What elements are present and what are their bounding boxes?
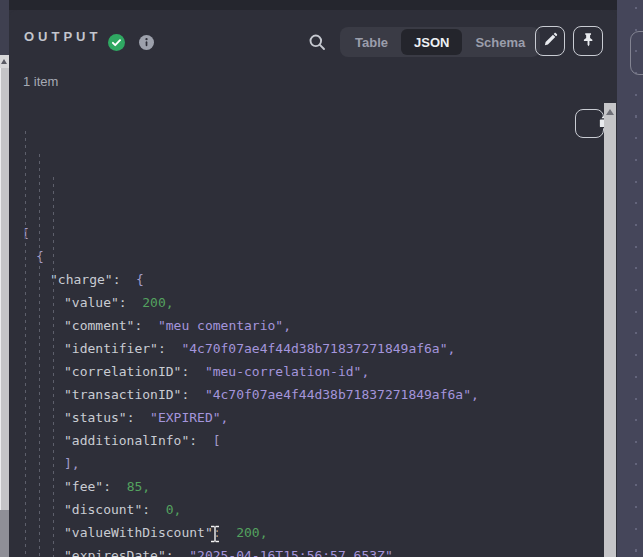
output-panel: OUTPUT TableJSONSchema xyxy=(9,10,617,557)
left-canvas-fragment xyxy=(0,0,9,55)
code-line: "identifier": "4c70f07ae4f44d38b71837271… xyxy=(9,337,604,360)
json-token-str: "meu-correlation-id", xyxy=(205,364,369,379)
json-token-key: "fee" xyxy=(64,479,103,494)
pin-data-button[interactable] xyxy=(573,26,603,56)
json-token-punct: : xyxy=(134,318,157,333)
code-line: "fee": 85, xyxy=(9,475,604,498)
json-token-punct: : xyxy=(158,341,181,356)
indent-guide xyxy=(53,177,54,557)
json-token-punct: : xyxy=(113,272,136,287)
code-line: "comment": "meu comentario", xyxy=(9,314,604,337)
json-token-key: "identifier" xyxy=(64,341,158,356)
code-line: "transactionID": "4c70f07ae4f44d38b71837… xyxy=(9,383,604,406)
json-token-punct: : xyxy=(103,479,126,494)
code-line: "discount": 0, xyxy=(9,498,604,521)
view-tabs: TableJSONSchema xyxy=(340,27,540,57)
background-element-outline xyxy=(630,31,643,75)
json-token-punct: : xyxy=(181,364,204,379)
search-icon[interactable] xyxy=(308,33,326,51)
json-token-num: 85, xyxy=(127,479,150,494)
json-token-key: "value" xyxy=(64,295,119,310)
tab-schema[interactable]: Schema xyxy=(462,29,538,55)
json-token-key: "additionalInfo" xyxy=(64,433,189,448)
json-token-punct: : xyxy=(127,410,150,425)
json-token-punct: : xyxy=(142,502,165,517)
json-token-bracket: { xyxy=(136,272,144,287)
output-title: OUTPUT xyxy=(24,29,101,44)
json-token-key: "transactionID" xyxy=(64,387,181,402)
edit-output-button[interactable] xyxy=(535,26,565,56)
json-token-punct: : xyxy=(181,387,204,402)
code-line: "correlationID": "meu-correlation-id", xyxy=(9,360,604,383)
json-token-punct: : xyxy=(189,433,212,448)
info-icon[interactable] xyxy=(139,35,154,50)
workflow-canvas-background xyxy=(617,0,643,557)
canvas-dot-grid xyxy=(635,7,637,557)
json-token-num: 0, xyxy=(166,502,182,517)
json-token-str: "meu comentario", xyxy=(158,318,291,333)
json-code-lines: [{"charge": {"value": 200,"comment": "me… xyxy=(9,222,604,557)
code-line: "additionalInfo": [ xyxy=(9,429,604,452)
pencil-icon xyxy=(543,32,558,50)
left-scrollbar-bottom[interactable] xyxy=(0,510,9,557)
code-line: "valueWithDiscount": 200, xyxy=(9,521,604,544)
panel-top-shadow xyxy=(9,0,617,10)
success-check-icon xyxy=(108,34,125,51)
code-line: ], xyxy=(9,452,604,475)
tab-json[interactable]: JSON xyxy=(401,29,462,55)
json-token-key: "valueWithDiscount" xyxy=(64,525,213,540)
copy-icon xyxy=(568,107,604,147)
code-line: "value": 200, xyxy=(9,291,604,314)
json-token-key: "charge" xyxy=(50,272,113,287)
json-token-bracket: [ xyxy=(213,433,221,448)
json-token-str: "2025-04-16T15:56:57.653Z", xyxy=(189,548,400,557)
json-token-punct: : xyxy=(119,295,142,310)
json-token-num: 200, xyxy=(142,295,173,310)
scroll-up-arrow-icon xyxy=(606,109,614,115)
tab-table[interactable]: Table xyxy=(342,29,401,55)
json-token-key: "discount" xyxy=(64,502,142,517)
json-token-key: "expiresDate" xyxy=(64,548,166,557)
output-scrollbar[interactable] xyxy=(604,103,616,557)
code-line: "charge": { xyxy=(9,268,604,291)
items-count: 1 item xyxy=(23,74,58,89)
indent-guide xyxy=(39,154,40,557)
code-line: [ xyxy=(9,222,604,245)
copy-output-button[interactable] xyxy=(575,109,604,138)
json-token-bracket: ], xyxy=(64,456,80,471)
json-token-str: "4c70f07ae4f44d38b71837271849af6a", xyxy=(205,387,479,402)
json-token-key: "comment" xyxy=(64,318,134,333)
json-token-str: "EXPIRED", xyxy=(150,410,228,425)
json-token-punct: : xyxy=(213,525,236,540)
json-token-num: 200, xyxy=(236,525,267,540)
json-token-key: "correlationID" xyxy=(64,364,181,379)
json-token-punct: : xyxy=(166,548,189,557)
pin-icon xyxy=(581,32,596,50)
code-line: "expiresDate": "2025-04-16T15:56:57.653Z… xyxy=(9,544,604,557)
code-line: "status": "EXPIRED", xyxy=(9,406,604,429)
scroll-up-arrow-icon xyxy=(1,59,7,64)
left-scrollbar-up-button[interactable] xyxy=(0,55,9,68)
indent-guide xyxy=(25,131,26,557)
code-line: { xyxy=(9,245,604,268)
json-token-str: "4c70f07ae4f44d38b71837271849af6a", xyxy=(181,341,455,356)
json-token-key: "status" xyxy=(64,410,127,425)
json-output-view: [{"charge": {"value": 200,"comment": "me… xyxy=(9,107,604,557)
left-background-sliver xyxy=(0,0,9,557)
